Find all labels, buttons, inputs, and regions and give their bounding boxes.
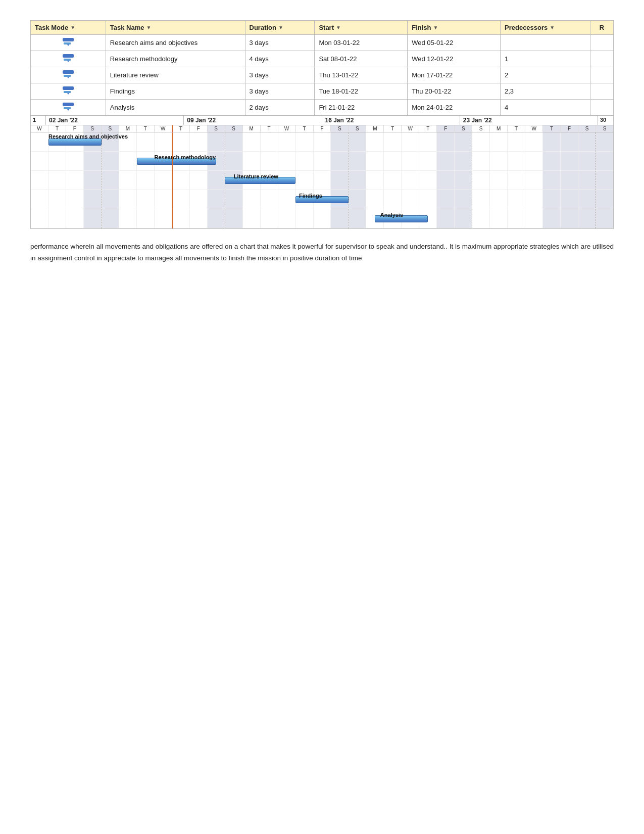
gantt-row-cell (525, 171, 543, 190)
start-cell: Tue 18-01-22 (315, 83, 408, 100)
gantt-row-cell (472, 152, 490, 170)
gantt-row-cell (596, 209, 613, 228)
gantt-row-cell (190, 209, 208, 228)
gantt-row-cell (384, 171, 402, 190)
gantt-row-cell (190, 132, 208, 151)
sort-arrow-start[interactable]: ▼ (336, 25, 341, 30)
gantt-row-cell (208, 132, 225, 151)
th-finish: Finish ▼ (408, 21, 501, 35)
gantt-week-1-label: 1 (31, 116, 46, 125)
gantt-row-cell (225, 209, 243, 228)
gantt-row-cell (137, 190, 155, 209)
gantt-row-cell (543, 152, 561, 170)
gantt-week-jan23-label: 23 Jan '22 (460, 116, 598, 125)
sort-arrow-task-name[interactable]: ▼ (146, 25, 151, 30)
gantt-row-cell (48, 152, 66, 170)
task-mode-cell (31, 51, 106, 67)
gantt-row-cell (261, 190, 278, 209)
gantt-row-cell (66, 132, 84, 151)
gantt-row-cell (384, 209, 402, 228)
gantt-row-cell (119, 152, 137, 170)
task-name-cell: Analysis (106, 100, 245, 116)
gantt-row-cell (84, 152, 102, 170)
r-cell (590, 100, 613, 116)
gantt-day-cell: F (561, 125, 578, 132)
gantt-chart-row (31, 209, 613, 228)
gantt-day-cell: T (48, 125, 66, 132)
gantt-week-jan02-label: 02 Jan '22 (46, 116, 184, 125)
gantt-row-cell (384, 152, 402, 170)
gantt-row-cell (437, 171, 455, 190)
gantt-row-cell (525, 132, 543, 151)
sort-arrow-task-mode[interactable]: ▼ (70, 25, 75, 30)
gantt-row-cell (208, 209, 225, 228)
gantt-row-cell (366, 132, 384, 151)
gantt-row-cell (561, 152, 578, 170)
sort-arrow-finish[interactable]: ▼ (433, 25, 438, 30)
task-mode-icon (63, 70, 74, 78)
gantt-day-cell: W (402, 125, 419, 132)
gantt-row-cell (437, 132, 455, 151)
gantt-day-cell: T (137, 125, 155, 132)
gantt-row-cell (331, 171, 349, 190)
gantt-row-cell (366, 209, 384, 228)
gantt-row-cell (402, 132, 419, 151)
gantt-row-cell (137, 171, 155, 190)
gantt-row-cell (119, 171, 137, 190)
gantt-day-cell: W (31, 125, 48, 132)
gantt-day-cell: F (66, 125, 84, 132)
gantt-day-cell: S (102, 125, 119, 132)
task-name-cell: Literature review (106, 67, 245, 83)
gantt-row-cell (349, 152, 366, 170)
gantt-week-jan16-label: 16 Jan '22 (322, 116, 460, 125)
gantt-row-cell (48, 132, 66, 151)
gantt-row-cell (155, 209, 172, 228)
gantt-row-cell (172, 171, 190, 190)
gantt-day-cell: F (314, 125, 331, 132)
table-row: Literature review 3 days Thu 13-01-22 Mo… (31, 67, 614, 83)
gantt-row-cell (384, 132, 402, 151)
gantt-row-cell (331, 209, 349, 228)
table-row: Research methodology 4 days Sat 08-01-22… (31, 51, 614, 67)
gantt-day-cell: W (155, 125, 172, 132)
gantt-row-cell (296, 152, 314, 170)
gantt-row-cell (419, 171, 437, 190)
th-start-label: Start (319, 24, 334, 31)
svg-rect-6 (63, 70, 74, 74)
gantt-row-cell (508, 171, 525, 190)
gantt-day-cell: T (384, 125, 402, 132)
svg-rect-4 (64, 59, 71, 61)
gantt-row-cell (578, 152, 596, 170)
gantt-row-cell (455, 152, 472, 170)
gantt-row-cell (578, 190, 596, 209)
gantt-row-cell (455, 171, 472, 190)
finish-cell: Mon 24-01-22 (408, 100, 501, 116)
gantt-row-cell (155, 171, 172, 190)
gantt-row-cell (349, 209, 366, 228)
sort-arrow-duration[interactable]: ▼ (278, 25, 283, 30)
sort-arrow-predecessors[interactable]: ▼ (550, 25, 555, 30)
gantt-row-cell (366, 171, 384, 190)
gantt-day-cell: S (349, 125, 366, 132)
th-r-label: R (600, 24, 604, 31)
gantt-row-cell (419, 190, 437, 209)
gantt-row-cell (508, 152, 525, 170)
gantt-row-cell (102, 171, 119, 190)
duration-cell: 3 days (245, 35, 315, 51)
gantt-row-cell (437, 152, 455, 170)
gantt-day-cell: T (261, 125, 278, 132)
body-text: performance wherein all movements and ob… (30, 241, 614, 264)
start-cell: Mon 03-01-22 (315, 35, 408, 51)
th-finish-label: Finish (412, 24, 431, 31)
gantt-row-cell (543, 190, 561, 209)
gantt-row-cell (31, 171, 48, 190)
task-mode-cell (31, 35, 106, 51)
gantt-row-cell (225, 171, 243, 190)
gantt-day-cell: S (578, 125, 596, 132)
gantt-row-cell (261, 209, 278, 228)
task-mode-icon (63, 38, 74, 46)
table-row: Findings 3 days Tue 18-01-22 Thu 20-01-2… (31, 83, 614, 100)
gantt-row-cell (172, 190, 190, 209)
svg-rect-13 (64, 107, 71, 109)
finish-cell: Thu 20-01-22 (408, 83, 501, 100)
